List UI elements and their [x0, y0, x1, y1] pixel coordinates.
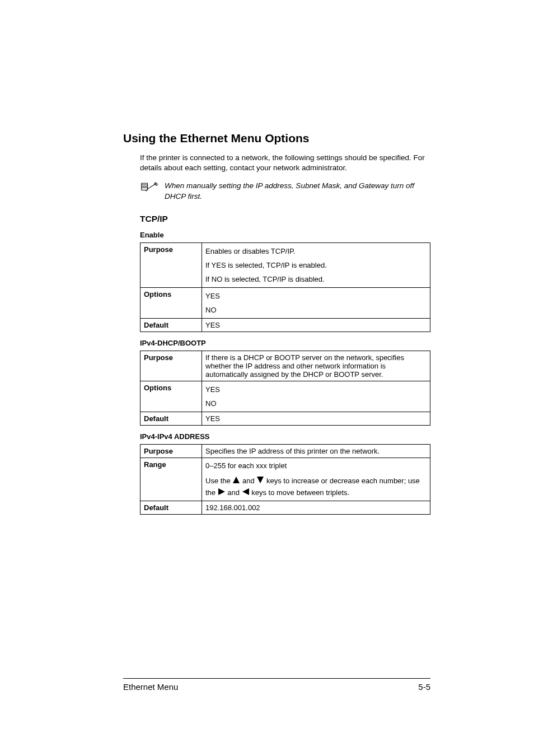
ipv4-default: 192.168.001.002: [202, 501, 430, 515]
footer-right: 5-5: [418, 682, 430, 692]
ipv4-title: IPv4-IPv4 ADDRESS: [140, 432, 430, 441]
dhcp-default: YES: [202, 412, 430, 425]
intro-text: If the printer is connected to a network…: [140, 153, 430, 173]
note-text: When manually setting the IP address, Su…: [165, 181, 430, 201]
note-block: When manually setting the IP address, Su…: [140, 181, 430, 201]
enable-opt2: NO: [205, 306, 427, 314]
footer-left: Ethernet Menu: [123, 682, 178, 692]
up-arrow-icon: [232, 476, 240, 487]
svg-marker-3: [242, 488, 249, 495]
enable-purpose-l1: Enables or disables TCP/IP.: [205, 247, 427, 255]
label-default: Default: [140, 318, 202, 332]
subsection-heading: TCP/IP: [140, 214, 430, 224]
ipv4-table: Purpose Specifies the IP address of this…: [140, 444, 430, 515]
enable-options: YES NO: [202, 287, 430, 318]
dhcp-opt1: YES: [205, 385, 427, 394]
range-and: and: [242, 477, 256, 485]
left-arrow-icon: [242, 488, 250, 499]
dhcp-title: IPv4-DHCP/BOOTP: [140, 339, 430, 347]
label-purpose: Purpose: [140, 242, 202, 287]
svg-marker-0: [233, 477, 240, 483]
svg-marker-1: [257, 477, 264, 483]
range-keys-move: keys to move between triplets.: [251, 488, 349, 497]
label-options: Options: [140, 287, 202, 318]
ipv4-range: 0–255 for each xxx triplet Use the and k…: [202, 458, 430, 501]
down-arrow-icon: [256, 476, 264, 487]
range-use-the: Use the: [205, 477, 232, 485]
enable-purpose: Enables or disables TCP/IP. If YES is se…: [202, 242, 430, 287]
range-and2: and: [227, 488, 241, 497]
enable-title: Enable: [140, 231, 430, 239]
label-purpose: Purpose: [140, 444, 202, 458]
enable-default: YES: [202, 318, 430, 332]
svg-marker-2: [218, 488, 225, 495]
ipv4-range-first: 0–255 for each xxx triplet: [205, 460, 427, 472]
label-default: Default: [140, 412, 202, 425]
dhcp-options: YES NO: [202, 381, 430, 412]
label-default: Default: [140, 501, 202, 515]
note-icon: [140, 181, 159, 195]
enable-opt1: YES: [205, 292, 427, 300]
dhcp-opt2: NO: [205, 399, 427, 408]
label-range: Range: [140, 458, 202, 501]
enable-table: Purpose Enables or disables TCP/IP. If Y…: [140, 242, 430, 332]
label-options: Options: [140, 381, 202, 412]
label-purpose: Purpose: [140, 351, 202, 381]
right-arrow-icon: [218, 488, 226, 499]
section-heading: Using the Ethernet Menu Options: [123, 132, 430, 145]
ipv4-purpose: Specifies the IP address of this printer…: [202, 444, 430, 458]
enable-purpose-l3: If NO is selected, TCP/IP is disabled.: [205, 275, 427, 283]
dhcp-purpose: If there is a DHCP or BOOTP server on th…: [202, 351, 430, 381]
enable-purpose-l2: If YES is selected, TCP/IP is enabled.: [205, 261, 427, 269]
page-footer: Ethernet Menu 5-5: [123, 678, 430, 692]
footer-rule: [123, 678, 430, 679]
dhcp-table: Purpose If there is a DHCP or BOOTP serv…: [140, 351, 430, 426]
